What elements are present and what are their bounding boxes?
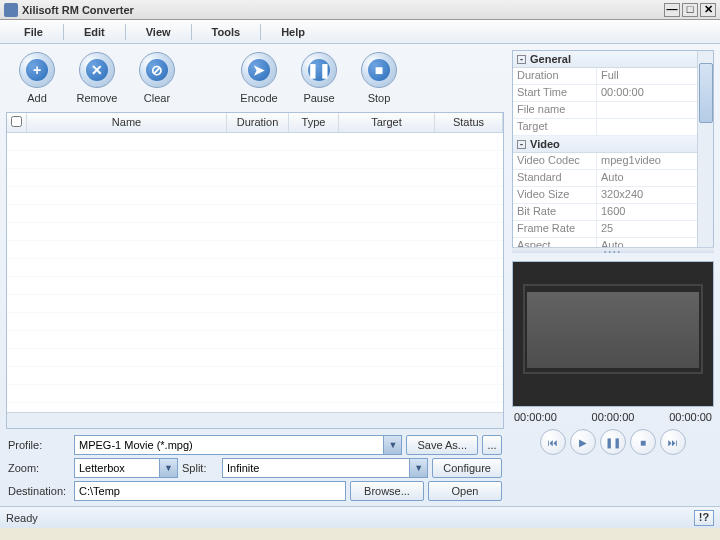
clear-icon: ⊘	[146, 59, 168, 81]
col-status[interactable]: Status	[435, 113, 503, 132]
configure-button[interactable]: Configure	[432, 458, 502, 478]
prop-row[interactable]: File name	[513, 102, 697, 119]
prop-row[interactable]: Frame Rate25	[513, 221, 697, 238]
menu-file[interactable]: File	[10, 24, 57, 40]
preview-panel	[512, 261, 714, 407]
collapse-icon: -	[517, 55, 526, 64]
open-button[interactable]: Open	[428, 481, 502, 501]
destination-input[interactable]	[74, 481, 346, 501]
list-body[interactable]	[7, 133, 503, 412]
stop-playback-button[interactable]: ■	[630, 429, 656, 455]
select-all-checkbox[interactable]	[11, 116, 22, 127]
profile-combo[interactable]: MPEG-1 Movie (*.mpg)▼	[74, 435, 402, 455]
app-icon	[4, 3, 18, 17]
prop-row[interactable]: DurationFull	[513, 68, 697, 85]
property-grid: -General DurationFull Start Time00:00:00…	[512, 50, 714, 248]
play-button[interactable]: ▶	[570, 429, 596, 455]
titlebar: Xilisoft RM Converter — □ ✕	[0, 0, 720, 20]
pause-button[interactable]: ❚❚Pause	[292, 52, 346, 104]
browse-button[interactable]: Browse...	[350, 481, 424, 501]
chevron-down-icon: ▼	[383, 436, 401, 454]
time-mid: 00:00:00	[592, 411, 635, 423]
group-general[interactable]: -General	[513, 51, 697, 68]
stop-icon: ■	[368, 59, 390, 81]
prev-button[interactable]: ⏮	[540, 429, 566, 455]
col-duration[interactable]: Duration	[227, 113, 289, 132]
prop-row[interactable]: AspectAuto	[513, 238, 697, 247]
prop-row[interactable]: Video Size320x240	[513, 187, 697, 204]
menu-edit[interactable]: Edit	[70, 24, 119, 40]
stop-button[interactable]: ■Stop	[352, 52, 406, 104]
menubar: File Edit View Tools Help	[0, 20, 720, 44]
vertical-scrollbar[interactable]	[697, 51, 713, 247]
maximize-button[interactable]: □	[682, 3, 698, 17]
time-current: 00:00:00	[514, 411, 557, 423]
group-video[interactable]: -Video	[513, 136, 697, 153]
profile-label: Profile:	[8, 439, 70, 451]
prop-row[interactable]: StandardAuto	[513, 170, 697, 187]
add-button[interactable]: +Add	[10, 52, 64, 104]
more-button[interactable]: ...	[482, 435, 502, 455]
prop-row[interactable]: Start Time00:00:00	[513, 85, 697, 102]
destination-label: Destination:	[8, 485, 70, 497]
encode-button[interactable]: ➤Encode	[232, 52, 286, 104]
file-list: Name Duration Type Target Status	[6, 112, 504, 429]
split-label: Split:	[182, 462, 218, 474]
playback-controls: ⏮ ▶ ❚❚ ■ ⏭	[512, 429, 714, 455]
prop-row[interactable]: Video Codecmpeg1video	[513, 153, 697, 170]
col-type[interactable]: Type	[289, 113, 339, 132]
prop-row[interactable]: Bit Rate1600	[513, 204, 697, 221]
menu-view[interactable]: View	[132, 24, 185, 40]
toolbar: +Add ✕Remove ⊘Clear ➤Encode ❚❚Pause ■Sto…	[6, 50, 504, 112]
zoom-label: Zoom:	[8, 462, 70, 474]
splitter[interactable]: ••••	[512, 247, 714, 253]
list-header: Name Duration Type Target Status	[7, 113, 503, 133]
statusbar: Ready !?	[0, 506, 720, 528]
pause-playback-button[interactable]: ❚❚	[600, 429, 626, 455]
col-target[interactable]: Target	[339, 113, 435, 132]
x-icon: ✕	[86, 59, 108, 81]
help-button[interactable]: !?	[694, 510, 714, 526]
plus-icon: +	[26, 59, 48, 81]
close-button[interactable]: ✕	[700, 3, 716, 17]
menu-help[interactable]: Help	[267, 24, 319, 40]
clear-button[interactable]: ⊘Clear	[130, 52, 184, 104]
window-title: Xilisoft RM Converter	[22, 4, 662, 16]
collapse-icon: -	[517, 140, 526, 149]
pause-icon: ❚❚	[308, 59, 330, 81]
time-total: 00:00:00	[669, 411, 712, 423]
split-combo[interactable]: Infinite▼	[222, 458, 428, 478]
settings-form: Profile: MPEG-1 Movie (*.mpg)▼ Save As..…	[6, 429, 504, 506]
col-name[interactable]: Name	[27, 113, 227, 132]
status-text: Ready	[6, 512, 694, 524]
saveas-button[interactable]: Save As...	[406, 435, 478, 455]
chevron-down-icon: ▼	[159, 459, 177, 477]
arrow-right-icon: ➤	[248, 59, 270, 81]
zoom-combo[interactable]: Letterbox▼	[74, 458, 178, 478]
chevron-down-icon: ▼	[409, 459, 427, 477]
prop-row[interactable]: Target	[513, 119, 697, 136]
next-button[interactable]: ⏭	[660, 429, 686, 455]
time-display: 00:00:00 00:00:00 00:00:00	[514, 411, 712, 423]
remove-button[interactable]: ✕Remove	[70, 52, 124, 104]
minimize-button[interactable]: —	[664, 3, 680, 17]
horizontal-scrollbar[interactable]	[7, 412, 503, 428]
menu-tools[interactable]: Tools	[198, 24, 255, 40]
